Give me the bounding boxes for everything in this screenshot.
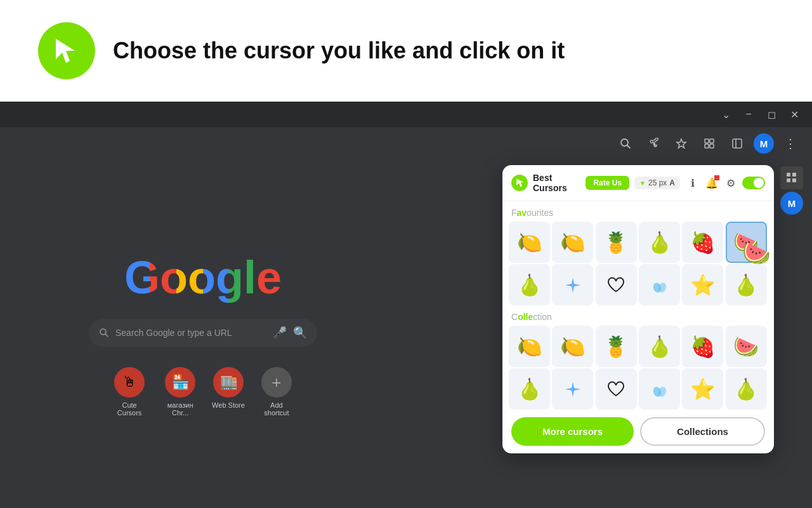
shortcut-add[interactable]: + Add shortcut bbox=[258, 367, 296, 417]
more-cursors-button[interactable]: More cursors bbox=[511, 417, 634, 446]
size-value: 25 px bbox=[648, 178, 667, 187]
instruction-area: Choose the cursor you like and click on … bbox=[0, 0, 812, 102]
collection-grid: 🍋 🍋 🍍 🍐 🍓 🍉 🍐 ⭐ 🍐 bbox=[502, 326, 774, 410]
share-icon[interactable] bbox=[642, 132, 665, 155]
filter-icon: ▼ bbox=[639, 180, 646, 187]
svg-rect-12 bbox=[787, 173, 790, 177]
browser-window: ⌄ − ◻ ✕ M ⋮ Google Sea bbox=[0, 102, 812, 508]
cursor-item-sparkle[interactable] bbox=[552, 264, 593, 305]
app-logo bbox=[38, 22, 95, 79]
extension-popup: Best Cursors Rate Us ▼ 25 px A ℹ 🔔 ⚙ bbox=[502, 165, 774, 453]
titlebar-close[interactable]: ✕ bbox=[784, 104, 804, 124]
shortcut-magazine[interactable]: 🏪 магазин Chr... bbox=[161, 367, 199, 417]
sidebar-icon[interactable] bbox=[726, 132, 749, 155]
coll-cursor-heart[interactable] bbox=[596, 368, 637, 410]
browser-titlebar: ⌄ − ◻ ✕ bbox=[0, 102, 812, 127]
coll-cursor-watermelon[interactable]: 🍉 bbox=[726, 326, 767, 367]
google-search-bar[interactable]: Search Google or type a URL 🎤 🔍 bbox=[89, 319, 317, 347]
coll-cursor-lemon[interactable]: 🍋 bbox=[552, 326, 593, 367]
coll-cursor-lime[interactable]: 🍋 bbox=[509, 326, 550, 367]
size-badge: ▼ 25 px A bbox=[634, 177, 680, 189]
coll-cursor-sparkle[interactable] bbox=[552, 368, 593, 410]
search-icon bbox=[99, 328, 109, 338]
cursor-item-watermelon-selected[interactable]: 🍉 🍉 bbox=[726, 222, 767, 263]
coll-cursor-pineapple[interactable]: 🍍 bbox=[596, 326, 637, 367]
svg-rect-5 bbox=[710, 139, 714, 143]
favourites-label: Favourites bbox=[502, 201, 774, 222]
profile-avatar[interactable]: M bbox=[754, 133, 774, 154]
aa-label: A bbox=[669, 178, 675, 187]
cursor-item-pineapple[interactable]: 🍍 bbox=[596, 222, 637, 263]
shortcut-web-store[interactable]: 🏬 Web Store bbox=[212, 367, 245, 417]
svg-rect-8 bbox=[733, 139, 742, 148]
svg-rect-14 bbox=[787, 178, 790, 182]
info-icon[interactable]: ℹ bbox=[685, 175, 700, 190]
svg-rect-15 bbox=[792, 178, 796, 182]
shortcut-cute-cursors-icon: 🖱 bbox=[114, 367, 145, 398]
toggle-switch[interactable] bbox=[742, 177, 765, 189]
search-placeholder: Search Google or type a URL bbox=[115, 328, 266, 338]
shortcut-magazine-label: магазин Chr... bbox=[161, 401, 199, 417]
cursor-item-star[interactable]: ⭐ bbox=[682, 264, 723, 305]
coll-cursor-pear2[interactable]: 🍐 bbox=[509, 368, 550, 410]
header-icons: ℹ 🔔 ⚙ bbox=[685, 175, 765, 190]
svg-marker-16 bbox=[516, 179, 523, 187]
settings-icon[interactable]: ⚙ bbox=[723, 175, 738, 190]
shortcut-add-icon: + bbox=[261, 367, 292, 398]
svg-line-2 bbox=[627, 145, 631, 149]
cursor-item-strawberry[interactable]: 🍓 bbox=[682, 222, 723, 263]
rate-us-button[interactable]: Rate Us bbox=[586, 176, 629, 190]
cursor-item-lemon[interactable]: 🍋 bbox=[552, 222, 593, 263]
titlebar-chevron-down[interactable]: ⌄ bbox=[716, 104, 736, 124]
shortcut-cute-cursors[interactable]: 🖱 Cute Cursors bbox=[110, 367, 148, 417]
svg-rect-13 bbox=[792, 173, 796, 177]
popup-footer: More cursors Collections bbox=[502, 410, 774, 453]
extension-logo bbox=[511, 175, 528, 191]
svg-marker-0 bbox=[56, 39, 75, 63]
puzzle-icon[interactable] bbox=[698, 132, 721, 155]
svg-marker-17 bbox=[565, 277, 580, 293]
browser-content: Google Search Google or type a URL 🎤 🔍 🖱… bbox=[0, 160, 812, 508]
popup-header: Best Cursors Rate Us ▼ 25 px A ℹ 🔔 ⚙ bbox=[502, 165, 774, 201]
favourites-grid: 🍋 🍋 🍍 🍐 🍓 🍉 🍉 🍐 bbox=[502, 222, 774, 305]
cursor-logo-icon bbox=[51, 35, 82, 67]
titlebar-restore[interactable]: ◻ bbox=[761, 104, 782, 124]
right-profile-avatar[interactable]: M bbox=[780, 192, 803, 215]
shortcut-cute-cursors-label: Cute Cursors bbox=[110, 401, 148, 417]
svg-marker-20 bbox=[565, 382, 580, 397]
shortcut-web-store-label: Web Store bbox=[212, 401, 245, 409]
shortcuts-row: 🖱 Cute Cursors 🏪 магазин Chr... 🏬 Web St… bbox=[110, 367, 296, 417]
shortcut-magazine-icon: 🏪 bbox=[165, 367, 195, 398]
cursor-item-pear3[interactable]: 🍐 bbox=[726, 264, 767, 305]
coll-cursor-drops[interactable] bbox=[639, 368, 680, 410]
browser-toolbar: M ⋮ bbox=[0, 127, 812, 160]
shortcut-add-label: Add shortcut bbox=[258, 401, 296, 417]
titlebar-minimize[interactable]: − bbox=[738, 104, 759, 124]
cursor-item-pear2[interactable]: 🍐 bbox=[509, 264, 550, 305]
coll-cursor-pear[interactable]: 🍐 bbox=[639, 326, 680, 367]
cursor-item-heart[interactable] bbox=[596, 264, 637, 305]
google-page: Google Search Google or type a URL 🎤 🔍 🖱… bbox=[0, 160, 406, 508]
collections-button[interactable]: Collections bbox=[640, 417, 765, 446]
cursor-item-pear[interactable]: 🍐 bbox=[639, 222, 680, 263]
svg-line-11 bbox=[105, 334, 108, 337]
shortcut-web-store-icon: 🏬 bbox=[213, 367, 244, 398]
search-toolbar-icon[interactable] bbox=[614, 132, 637, 155]
coll-cursor-star[interactable]: ⭐ bbox=[682, 368, 723, 410]
cursor-item-drops[interactable] bbox=[639, 264, 680, 305]
more-options-icon[interactable]: ⋮ bbox=[779, 132, 802, 155]
notification-icon[interactable]: 🔔 bbox=[704, 175, 719, 190]
search-voice-icon[interactable]: 🎤 bbox=[273, 326, 287, 340]
cursor-item-lime[interactable]: 🍋 bbox=[509, 222, 550, 263]
search-lens-icon[interactable]: 🔍 bbox=[293, 326, 307, 340]
svg-rect-4 bbox=[705, 139, 709, 143]
collection-label: Collection bbox=[502, 305, 774, 326]
coll-cursor-strawberry[interactable]: 🍓 bbox=[682, 326, 723, 367]
google-logo: Google bbox=[124, 251, 282, 304]
svg-rect-6 bbox=[705, 144, 709, 148]
apps-grid-icon[interactable] bbox=[780, 166, 803, 189]
star-icon[interactable] bbox=[670, 132, 693, 155]
coll-cursor-pear3[interactable]: 🍐 bbox=[726, 368, 767, 410]
popup-title: Best Cursors bbox=[533, 173, 580, 193]
instruction-text: Choose the cursor you like and click on … bbox=[113, 37, 565, 64]
